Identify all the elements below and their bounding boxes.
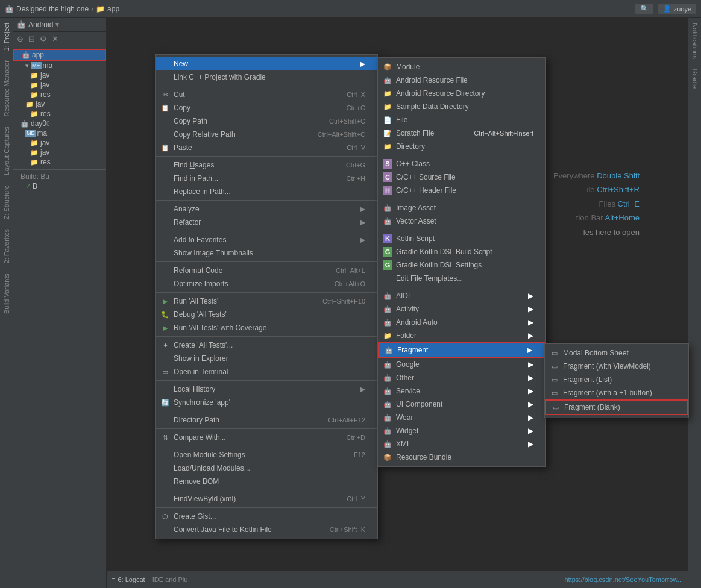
menu-add-favorites[interactable]: Add to Favorites ▶ <box>156 233 377 246</box>
tree-item-res1[interactable]: 📁 res <box>13 90 106 99</box>
menu-optimize-imports[interactable]: Optimize Imports Ctrl+Alt+O <box>156 277 377 290</box>
new-sample-data-dir[interactable]: 📁 Sample Data Directory <box>378 100 545 113</box>
ide-tab[interactable]: IDE and Plu <box>152 576 188 583</box>
user-menu-button[interactable]: 👤 zuoye <box>658 4 696 14</box>
csdn-link[interactable]: https://blog.csdn.net/SeeYouTomorrow... <box>565 576 684 583</box>
fragment-blank[interactable]: ▭ Fragment (Blank) <box>545 399 688 415</box>
menu-synchronize[interactable]: 🔄 Synchronize 'app' <box>156 396 377 409</box>
menu-link-cpp[interactable]: Link C++ Project with Gradle <box>156 70 377 84</box>
menu-compare-with[interactable]: ⇅ Compare With... Ctrl+D <box>156 431 377 444</box>
menu-local-history[interactable]: Local History ▶ <box>156 383 377 396</box>
tree-item-b[interactable]: ✓ B <box>13 181 106 191</box>
menu-refactor[interactable]: Refactor ▶ <box>156 216 377 229</box>
collapse-button[interactable]: ⊟ <box>27 33 36 45</box>
tree-item-jav2[interactable]: 📁 jav <box>13 80 106 90</box>
notifications-tab[interactable]: Notifications <box>690 18 700 64</box>
favorites-tab[interactable]: 2: Favorites <box>2 224 11 268</box>
menu-find-usages[interactable]: Find Usages Ctrl+G <box>156 158 377 172</box>
fragment-list[interactable]: ▭ Fragment (List) <box>545 373 688 386</box>
menu-load-unload[interactable]: Load/Unload Modules... <box>156 461 377 475</box>
menu-item-new[interactable]: New ▶ 📦 Module 🤖 Android Resource File <box>156 57 377 70</box>
tree-item-jav3[interactable]: 📁 jav <box>13 99 106 109</box>
new-activity[interactable]: 🤖 Activity ▶ <box>378 302 545 316</box>
new-android-auto[interactable]: 🤖 Android Auto ▶ <box>378 316 545 329</box>
menu-run-all-tests[interactable]: ▶ Run 'All Tests' Ctrl+Shift+F10 <box>156 295 377 308</box>
new-resource-bundle[interactable]: 📦 Resource Bundle <box>378 451 545 464</box>
new-scratch-file[interactable]: 📝 Scratch File Ctrl+Alt+Shift+Insert <box>378 127 545 140</box>
search-everywhere-button[interactable]: 🔍 <box>635 4 653 14</box>
menu-copy[interactable]: 📋 Copy Ctrl+C <box>156 101 377 114</box>
menu-find-in-path[interactable]: Find in Path... Ctrl+H <box>156 172 377 185</box>
menu-create-gist[interactable]: ⬡ Create Gist... <box>156 510 377 523</box>
new-gradle-build[interactable]: G Gradle Kotlin DSL Build Script <box>378 245 545 258</box>
menu-run-coverage[interactable]: ▶ Run 'All Tests' with Coverage <box>156 321 377 334</box>
menu-directory-path[interactable]: Directory Path Ctrl+Alt+F12 <box>156 413 377 427</box>
new-ui-component[interactable]: 🤖 UI Component ▶ <box>378 398 545 411</box>
new-module[interactable]: 📦 Module <box>378 60 545 74</box>
new-folder[interactable]: 📁 Folder ▶ <box>378 329 545 342</box>
tree-item-res3[interactable]: 📁 res <box>13 157 106 167</box>
menu-show-thumbnails[interactable]: Show Image Thumbnails <box>156 246 377 260</box>
resource-manager-tab[interactable]: Resource Manager <box>2 55 11 122</box>
new-image-asset[interactable]: 🤖 Image Asset <box>378 201 545 214</box>
menu-convert-java[interactable]: Convert Java File to Kotlin File Ctrl+Sh… <box>156 523 377 536</box>
new-wear[interactable]: 🤖 Wear ▶ <box>378 411 545 424</box>
new-kotlin-script[interactable]: K Kotlin Script <box>378 232 545 245</box>
new-service[interactable]: 🤖 Service ▶ <box>378 384 545 398</box>
new-edit-templates[interactable]: Edit File Templates... <box>378 272 545 285</box>
new-gradle-settings[interactable]: G Gradle Kotlin DSL Settings <box>378 258 545 272</box>
tree-item-jav5[interactable]: 📁 jav <box>13 148 106 157</box>
new-cpp-header[interactable]: H C/C++ Header File <box>378 184 545 197</box>
menu-show-explorer[interactable]: Show in Explorer <box>156 352 377 365</box>
android-dropdown[interactable]: 🤖 <box>17 20 26 29</box>
menu-create-tests[interactable]: ✦ Create 'All Tests'... <box>156 339 377 352</box>
menu-debug-all-tests[interactable]: 🐛 Debug 'All Tests' <box>156 308 377 321</box>
menu-open-terminal[interactable]: ▭ Open in Terminal <box>156 365 377 378</box>
layout-captures-tab[interactable]: Layout Captures <box>2 122 11 180</box>
project-tab[interactable]: 1: Project <box>2 18 11 55</box>
tree-item-build[interactable]: Build: Bu <box>13 169 106 181</box>
new-android-res-dir[interactable]: 📁 Android Resource Directory <box>378 87 545 100</box>
menu-cut[interactable]: ✂ Cut Ctrl+X <box>156 88 377 101</box>
fragment-viewmodel[interactable]: ▭ Fragment (with ViewModel) <box>545 360 688 373</box>
settings-button[interactable]: ⚙ <box>39 33 48 45</box>
fragment-plus-button[interactable]: ▭ Fragment (with a +1 button) <box>545 386 688 399</box>
tree-item-jav1[interactable]: 📁 jav <box>13 70 106 80</box>
new-file[interactable]: 📄 File <box>378 113 545 127</box>
menu-findviewbyid[interactable]: FindViewById (xml) Ctrl+Y <box>156 492 377 505</box>
menu-open-module-settings[interactable]: Open Module Settings F12 <box>156 448 377 461</box>
menu-copy-rel-path[interactable]: Copy Relative Path Ctrl+Alt+Shift+C <box>156 128 377 141</box>
tree-item-jav4[interactable]: 📁 jav <box>13 138 106 148</box>
load-unload-icon <box>160 463 170 473</box>
build-variants-tab[interactable]: Build Variants <box>2 269 11 319</box>
new-google[interactable]: 🤖 Google ▶ <box>378 358 545 371</box>
panel-dropdown-icon[interactable]: ▾ <box>55 20 59 29</box>
new-aidl[interactable]: 🤖 AIDL ▶ <box>378 289 545 302</box>
new-cpp-class[interactable]: S C++ Class <box>378 157 545 170</box>
new-cpp-source[interactable]: C C/C++ Source File <box>378 170 545 184</box>
tree-item-app[interactable]: 🤖 app <box>13 49 106 61</box>
add-config-button[interactable]: ⊕ <box>16 33 25 45</box>
logcat-tab[interactable]: ≡ 6: Logcat <box>112 576 145 583</box>
tree-item-ma[interactable]: ▾ ME ma <box>13 61 106 70</box>
menu-analyze[interactable]: Analyze ▶ <box>156 202 377 216</box>
menu-remove-bom[interactable]: Remove BOM <box>156 475 377 488</box>
gradle-tab[interactable]: Gradle <box>690 64 700 93</box>
close-panel-button[interactable]: ✕ <box>51 33 60 45</box>
new-other[interactable]: 🤖 Other ▶ <box>378 371 545 384</box>
menu-copy-path[interactable]: Copy Path Ctrl+Shift+C <box>156 114 377 128</box>
menu-paste[interactable]: 📋 Paste Ctrl+V <box>156 141 377 154</box>
fragment-modal-bottom-sheet[interactable]: ▭ Modal Bottom Sheet <box>545 346 688 360</box>
new-android-res-file[interactable]: 🤖 Android Resource File <box>378 74 545 87</box>
new-widget[interactable]: 🤖 Widget ▶ <box>378 424 545 437</box>
tree-item-res2[interactable]: 📁 res <box>13 109 106 119</box>
structure-tab[interactable]: Z: Structure <box>2 180 11 224</box>
tree-item-ma2[interactable]: ME ma <box>13 128 106 138</box>
new-fragment[interactable]: 🤖 Fragment ▶ ▭ Modal Bottom Sheet ▭ <box>378 342 545 358</box>
menu-replace-in-path[interactable]: Replace in Path... <box>156 185 377 198</box>
new-xml[interactable]: 🤖 XML ▶ <box>378 437 545 451</box>
new-vector-asset[interactable]: 🤖 Vector Asset <box>378 214 545 228</box>
menu-reformat[interactable]: Reformat Code Ctrl+Alt+L <box>156 264 377 277</box>
tree-item-day00[interactable]: 🤖 day0 0 <box>13 119 106 128</box>
new-directory[interactable]: 📁 Directory <box>378 140 545 153</box>
